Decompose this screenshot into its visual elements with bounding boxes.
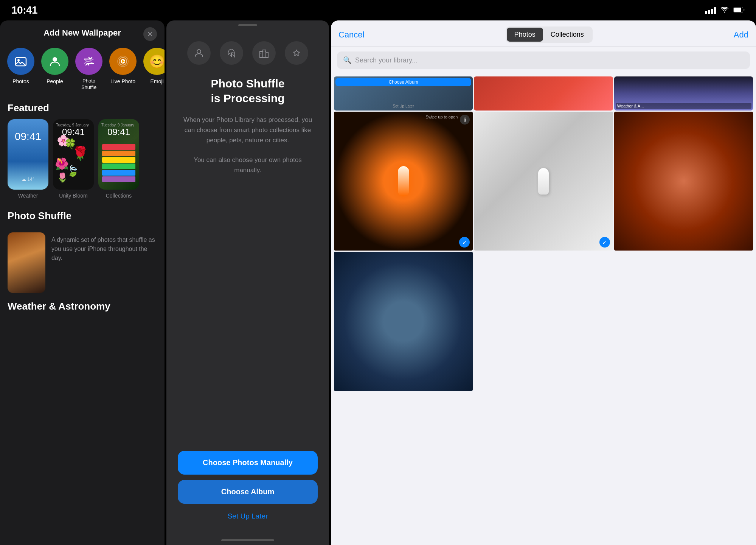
unity-bloom-label: Unity Bloom [53,193,94,199]
photo-shuffle-processing-panel: Photo Shuffle is Processing When your Ph… [166,20,329,545]
red-photo-thumb[interactable] [474,76,613,111]
photo-cell-2[interactable]: ✓ [474,112,613,251]
svg-point-4 [53,57,57,62]
people-type-label: People [47,78,63,85]
weather-astronomy-title: Weather & Astronomy [0,293,165,312]
cancel-button[interactable]: Cancel [338,30,364,40]
wifi-icon [720,6,729,15]
photo-2-inner [474,112,613,251]
choose-photos-manually-button[interactable]: Choose Photos Manually [178,451,318,475]
processing-desc-2: You can also choose your own photos manu… [166,155,329,175]
type-emoji[interactable]: 😊 Emoji [140,48,165,91]
shuffle-description: A dynamic set of photos that shuffle as … [51,232,157,293]
type-live-photo[interactable]: Live Photo [106,48,140,91]
panel-1-title: Add New Wallpaper [43,28,121,38]
svg-point-3 [17,59,20,61]
photo-1-inner [334,112,473,251]
tabs-container: Photos Collections [506,26,593,43]
panel-3-header: Cancel Photos Collections Add [331,20,756,47]
svg-rect-17 [265,51,266,52]
photos-type-label: Photos [12,78,29,85]
photos-icon-circle [7,48,34,75]
rainbow-stripes [102,144,135,182]
featured-weather[interactable]: 09:41 ☁ 14° Weather [8,119,48,199]
filter-nature-icon[interactable] [220,41,243,65]
choose-album-overlay-btn[interactable]: Choose Album [335,78,471,86]
emoji-icon-circle: 😊 [143,48,165,75]
signal-icon [705,6,716,14]
battery-icon [733,6,745,15]
status-icons [705,6,745,15]
unity-bloom-preview: 09:41 Tuesday, 9 January 🌸 🌹 🌺 🍀 🍃 🌷 [53,119,94,190]
svg-point-9 [197,50,201,53]
photo-3-inner [614,112,753,251]
filter-favorites-icon[interactable] [285,41,308,65]
status-bar: 10:41 [0,0,756,20]
photo-shuffle-section: A dynamic set of photos that shuffle as … [0,232,165,293]
photo-cell-4[interactable] [334,252,473,391]
weather-label: Weather [8,193,48,199]
photo-grid-container: Choose Album Set Up Later Weather & A... [331,73,756,545]
photo-4-inner [334,252,473,391]
choose-album-thumb[interactable]: Choose Album Set Up Later [334,76,473,111]
processing-title: Photo Shuffle is Processing [196,76,300,106]
main-photo-grid: ℹ Swipe up to open ✓ ✓ [332,111,754,392]
choose-album-overlay-label: Choose Album [389,79,418,85]
svg-rect-12 [263,50,266,58]
weather-time: 09:41 [8,131,48,143]
close-button[interactable] [143,27,157,41]
set-up-later-button[interactable]: Set Up Later [178,509,318,532]
svg-rect-1 [734,8,741,12]
home-indicator [221,539,274,541]
type-photos[interactable]: Photos [4,48,38,91]
photo-shuffle-icon-circle [75,48,102,75]
swipe-label-1: Swipe up to open [425,115,458,119]
search-icon: 🔍 [343,56,351,64]
featured-section-title: Featured [0,98,165,119]
album-strip: Choose Album Set Up Later Weather & A... [332,75,754,111]
choose-album-button[interactable]: Choose Album [178,480,318,504]
add-wallpaper-panel: Add New Wallpaper Photos [0,20,165,545]
featured-collections[interactable]: 09:41 Tuesday, 9 January Collections [98,119,139,199]
svg-rect-11 [260,51,263,58]
type-people[interactable]: People [38,48,72,91]
panels-container: Add New Wallpaper Photos [0,20,756,545]
shuffle-preview-thumb [8,232,45,293]
panel-1-header: Add New Wallpaper [0,20,165,44]
processing-desc-1: When your Photo Library has processed, y… [166,115,329,146]
photo-shuffle-type-label: Photo Shuffle [81,78,96,91]
shuffle-content: A dynamic set of photos that shuffle as … [8,232,157,293]
setup-later-text: Set Up Later [334,104,473,108]
weather-album-thumb[interactable]: Weather & A... [614,76,753,111]
tab-collections[interactable]: Collections [543,28,591,42]
photos-picker-panel: Cancel Photos Collections Add 🔍 Search y… [331,20,756,545]
emoji-type-label: Emoji [150,78,163,85]
featured-scroll: 09:41 ☁ 14° Weather 09:41 Tuesday, 9 Jan… [0,119,165,206]
people-icon-circle [41,48,68,75]
collections-preview: 09:41 Tuesday, 9 January [98,119,139,190]
svg-rect-16 [264,51,264,52]
filter-person-icon[interactable] [187,41,211,65]
svg-rect-13 [266,52,268,58]
search-placeholder: Search your library... [355,56,418,64]
check-2: ✓ [599,237,610,248]
collections-time: 09:41 [98,127,139,137]
wallpaper-types-row: Photos People [0,44,165,98]
filter-icons-row [187,26,308,76]
featured-unity-bloom[interactable]: 09:41 Tuesday, 9 January 🌸 🌹 🌺 🍀 🍃 🌷 Uni… [53,119,94,199]
search-bar[interactable]: 🔍 Search your library... [337,51,750,69]
weather-album-label: Weather & A... [616,103,751,109]
live-photo-type-label: Live Photo [110,78,135,85]
photo-cell-3[interactable] [614,112,753,251]
tab-photos[interactable]: Photos [507,28,543,42]
photo-shuffle-section-title: Photo Shuffle [0,206,165,227]
svg-rect-14 [261,53,261,54]
collections-label: Collections [98,193,139,199]
action-buttons: Choose Photos Manually Choose Album Set … [166,451,329,539]
weather-preview: 09:41 ☁ 14° [8,119,48,190]
photo-cell-1[interactable]: ℹ Swipe up to open ✓ [334,112,473,251]
filter-city-icon[interactable] [252,41,276,65]
add-button[interactable]: Add [734,30,748,40]
type-photo-shuffle[interactable]: Photo Shuffle [72,48,106,91]
live-photo-icon-circle [109,48,137,75]
